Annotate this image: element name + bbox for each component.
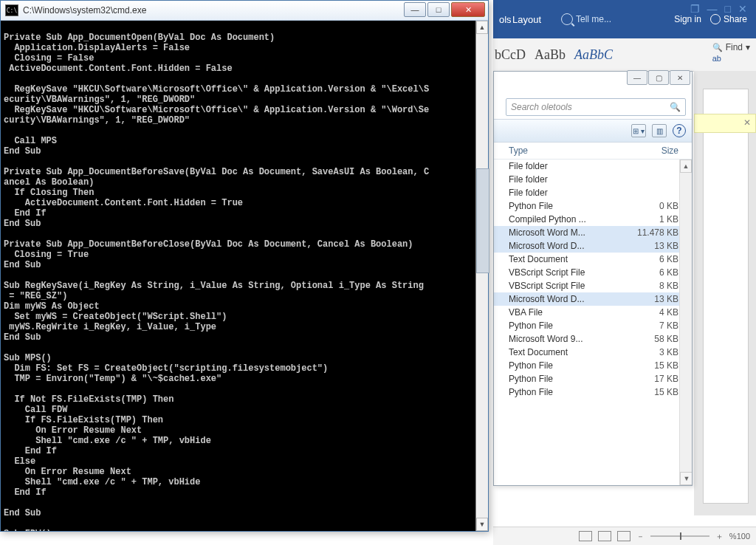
file-type-cell: Microsoft Word 9... [509,334,628,344]
scroll-up-icon[interactable]: ▲ [680,160,692,173]
close-icon[interactable]: ✕ [738,3,747,15]
cmd-maximize-button[interactable]: □ [427,2,450,17]
zoom-slider[interactable] [650,535,709,537]
table-row[interactable]: Python File17 KB [494,372,692,385]
maximize-icon[interactable]: □ [725,3,731,15]
tell-me-label: Tell me... [576,14,611,24]
table-row[interactable]: Microsoft Word D...13 KB [494,292,692,306]
restore-icon[interactable]: ❐ [690,3,700,15]
cmd-body: Private Sub App_DocumentOpen(ByVal Doc A… [1,21,488,531]
message-bar-close-icon[interactable]: ✕ [743,117,751,128]
table-row[interactable]: Python File15 KB [494,385,692,399]
table-row[interactable]: Compiled Python ...1 KB [494,213,692,226]
file-type-cell: File folder [509,188,628,198]
file-type-cell: Text Document [509,254,628,264]
share-label: Share [724,14,747,24]
file-type-cell: File folder [509,174,628,185]
lightbulb-icon [561,13,573,25]
table-row[interactable]: Python File15 KB [494,359,692,372]
preview-pane-icon[interactable]: ▥ [652,124,667,137]
word-window-controls: ❐ — □ ✕ [690,3,747,15]
table-row[interactable]: Microsoft Word D...13 KB [494,239,692,253]
view-read-icon[interactable] [579,531,592,541]
table-row[interactable]: VBA File4 KB [494,306,692,319]
file-type-cell: File folder [509,161,628,171]
minimize-icon[interactable]: — [707,3,718,15]
cmd-minimize-button[interactable]: — [404,2,426,17]
explorer-scrollbar[interactable]: ▲ ▼ [679,160,692,485]
scroll-up-icon[interactable]: ▲ [476,21,488,34]
help-icon[interactable]: ? [673,124,686,137]
replace-button[interactable]: ab [712,53,750,64]
find-button[interactable]: 🔍Find ▾ [712,41,750,53]
tell-me-search[interactable]: Tell me... [561,13,611,25]
ribbon-tab-layout[interactable]: Layout [506,14,547,25]
file-type-cell: VBScript Script File [509,281,628,291]
zoom-in-button[interactable]: ＋ [715,531,724,542]
cmd-window: C:\ C:\Windows\system32\cmd.exe — □ ✕ Pr… [0,0,489,532]
sign-in-link[interactable]: Sign in [674,14,701,24]
table-row[interactable]: Text Document3 KB [494,346,692,359]
scroll-down-icon[interactable]: ▼ [680,472,692,485]
search-icon[interactable]: 🔍 [670,102,681,112]
cmd-titlebar[interactable]: C:\ C:\Windows\system32\cmd.exe — □ ✕ [1,1,488,21]
explorer-maximize-button[interactable]: ▢ [648,70,669,85]
file-type-cell: Python File [509,360,628,371]
view-web-icon[interactable] [617,531,630,541]
view-print-icon[interactable] [598,531,611,541]
scroll-down-icon[interactable]: ▼ [476,518,488,531]
zoom-value[interactable]: %100 [729,532,750,541]
file-type-cell: Python File [509,374,628,384]
cmd-output[interactable]: Private Sub App_DocumentOpen(ByVal Doc A… [1,21,476,531]
table-row[interactable]: File folder [494,160,692,173]
scroll-thumb[interactable] [476,168,489,273]
file-explorer-window: — ▢ ✕ Search oletools 🔍 ⊞ ▾ ▥ ? Type Siz… [493,71,693,486]
file-type-cell: Text Document [509,347,628,357]
file-type-cell: Python File [509,201,628,211]
explorer-file-list: File folderFile folderFile folderPython … [494,160,692,485]
search-icon: 🔍 [712,43,723,52]
zoom-out-button[interactable]: － [636,531,645,542]
editing-group: 🔍Find ▾ ab [712,41,750,64]
explorer-search-input[interactable]: Search oletools 🔍 [506,98,686,116]
person-icon [710,14,721,24]
cmd-close-button[interactable]: ✕ [451,2,485,17]
table-row[interactable]: VBScript Script File6 KB [494,266,692,279]
style-preview-2[interactable]: AaBb [533,47,567,63]
table-row[interactable]: Microsoft Word 9...58 KB [494,332,692,346]
column-header-type[interactable]: Type [509,145,628,156]
view-options-icon[interactable]: ⊞ ▾ [631,124,646,137]
word-ribbon-styles: bCcD AaBb AaBbC 🔍Find ▾ ab [493,38,756,72]
replace-icon: ab [712,54,721,63]
column-header-size[interactable]: Size [628,145,692,156]
file-type-cell: Compiled Python ... [509,214,628,224]
explorer-search-placeholder: Search oletools [511,102,572,112]
explorer-window-controls: — ▢ ✕ [627,70,690,85]
table-row[interactable]: VBScript Script File8 KB [494,279,692,292]
file-type-cell: VBA File [509,307,628,318]
style-preview-1[interactable]: bCcD [493,47,527,63]
explorer-column-headers[interactable]: Type Size [494,143,692,160]
table-row[interactable]: File folder [494,186,692,199]
style-preview-3[interactable]: AaBbC [573,47,614,63]
table-row[interactable]: Python File0 KB [494,199,692,213]
file-type-cell: Microsoft Word D... [509,294,628,304]
explorer-minimize-button[interactable]: — [627,70,647,85]
cmd-scrollbar[interactable]: ▲ ▼ [475,21,488,531]
explorer-toolbar: ⊞ ▾ ▥ ? [494,119,692,143]
file-type-cell: Microsoft Word M... [509,227,628,238]
word-status-bar: － ＋ %100 [493,527,756,545]
word-page[interactable] [703,89,749,504]
table-row[interactable]: Microsoft Word M...11.478 KB [494,226,692,239]
share-button[interactable]: Share [710,14,747,24]
cmd-window-controls: — □ ✕ [404,2,485,17]
table-row[interactable]: Python File7 KB [494,319,692,332]
table-row[interactable]: Text Document6 KB [494,253,692,266]
file-type-cell: Microsoft Word D... [509,241,628,251]
file-type-cell: VBScript Script File [509,267,628,278]
table-row[interactable]: File folder [494,173,692,186]
explorer-close-button[interactable]: ✕ [670,70,690,85]
word-ribbon: ❐ — □ ✕ ols Layout Tell me... Sign in Sh… [493,0,756,38]
cmd-title-text: C:\Windows\system32\cmd.exe [23,5,146,16]
cmd-icon: C:\ [5,4,18,16]
